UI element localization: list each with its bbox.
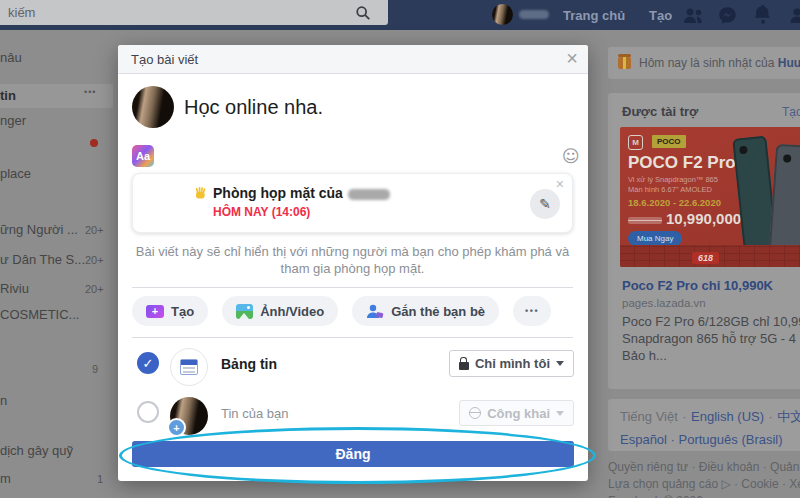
avatar[interactable] (492, 4, 513, 25)
ad-price-value: 10,990,000 (666, 210, 741, 227)
edit-pencil-button[interactable]: ✎ (530, 189, 560, 219)
privacy-label: Công khai (487, 406, 550, 421)
nav-home[interactable]: Trang chủ (563, 8, 625, 23)
sidebar-count: 20+ (85, 254, 104, 266)
sidebar-item-marketplace[interactable]: place (0, 166, 31, 181)
remove-event-icon[interactable]: × (556, 176, 564, 192)
sidebar-item-group[interactable]: ư Dân The S... (0, 252, 85, 267)
footer-line-2[interactable]: Lựa chọn quảng cáo ▷ · Cookie · Xem thêm (608, 477, 800, 491)
event-date: HÔM NAY (14:06) (213, 205, 310, 219)
sidebar-count: 9 (92, 363, 98, 375)
create-ad-link[interactable]: Tạo Quảng Cáo (782, 105, 800, 119)
sidebar-item-group[interactable]: COSMETIC... (0, 307, 79, 322)
composer-actions: Tạo Ảnh/Video Gắn thẻ bạn bè ••• (132, 296, 551, 326)
tag-person-icon (366, 304, 384, 319)
search-input[interactable]: kiếm (0, 0, 388, 25)
modal-title: Tạo bài viết (131, 45, 198, 74)
ad-link-title[interactable]: Poco F2 Pro chỉ 10,990K (622, 278, 773, 293)
top-navbar: kiếm Trang chủ Tạo (0, 0, 800, 30)
language-line-1: Tiếng Việt · English (US) · 中文(台灣) (620, 407, 800, 426)
create-room-label: Tạo (171, 304, 194, 319)
story-avatar: + (170, 397, 208, 435)
modal-header: Tạo bài viết × (118, 45, 588, 74)
photo-video-button[interactable]: Ảnh/Video (222, 296, 338, 326)
privacy-selector-only-me[interactable]: Chỉ mình tôi (449, 350, 574, 377)
notifications-bell-icon[interactable] (754, 5, 772, 25)
more-actions-button[interactable]: ••• (513, 296, 551, 326)
footer-line-1[interactable]: Quyền riêng tư · Điều khoản · Quảng cáo (608, 460, 800, 474)
ad-dates: 18.6.2020 - 22.6.2020 (628, 197, 721, 208)
messenger-icon[interactable] (718, 6, 737, 25)
sidebar-item-newsfeed[interactable]: tin (0, 88, 16, 103)
help-menu-icon[interactable] (790, 7, 800, 24)
ad-old-price-blurred (628, 217, 662, 224)
globe-icon (469, 407, 481, 419)
newsfeed-label: Bảng tin (221, 356, 277, 372)
nav-create[interactable]: Tạo (649, 8, 672, 23)
search-text: kiếm (8, 5, 35, 20)
username-blurred[interactable] (519, 10, 549, 19)
event-attachment-card[interactable]: Phòng họp mặt của HÔM NAY (14:06) ✎ × (132, 173, 573, 233)
birthday-name[interactable]: Huuth (778, 56, 800, 70)
close-icon[interactable]: × (566, 47, 578, 70)
sale-618-badge: 618 (692, 252, 719, 264)
privacy-helper-text: Bài viết này sẽ chỉ hiển thị với những n… (132, 243, 573, 277)
waving-hand-icon (193, 186, 208, 201)
divider (132, 337, 573, 338)
ad-description-line: Poco F2 Pro 6/128GB chỉ 10,990K! (622, 314, 800, 329)
language-current: Tiếng Việt (620, 409, 678, 424)
tag-friends-button[interactable]: Gắn thẻ bạn bè (352, 296, 499, 326)
friend-requests-icon[interactable] (682, 7, 705, 24)
ad-domain[interactable]: pages.lazada.vn (622, 297, 706, 309)
text-style-icon[interactable]: Aa (132, 145, 154, 167)
birthday-text: Hôm nay là sinh nhật của Huuth (639, 56, 800, 70)
language-line-2: Español · Português (Brasil) (620, 430, 800, 448)
newsfeed-icon-circle (170, 348, 208, 386)
story-label: Tin của bạn (221, 406, 288, 421)
search-icon[interactable] (355, 5, 371, 21)
newsfeed-icon (180, 359, 198, 375)
sponsored-header: Được tài trợ (622, 104, 698, 119)
gift-icon (618, 57, 631, 69)
emoji-icon[interactable]: ☺ (562, 146, 580, 166)
post-text[interactable]: Học online nha. (184, 96, 323, 119)
language-link-chinese[interactable]: 中文(台灣) (777, 409, 800, 424)
poco-badge: POCO (652, 135, 686, 148)
ad-description-line: Snapdragon 865 hỗ trợ 5G - 4 Cam (622, 331, 800, 346)
divider (132, 287, 573, 288)
sidebar-item-fundraiser[interactable]: dịch gây quỹ (0, 443, 73, 458)
ad-spec-2: Màn hình 6.67" AMOLED (628, 185, 712, 194)
sidebar-item[interactable]: n (0, 393, 7, 408)
sidebar-item-group[interactable]: ững Người ... (0, 222, 78, 237)
birthday-card[interactable]: Hôm nay là sinh nhật của Huuth (608, 47, 800, 79)
ad-image[interactable]: M POCO POCO F2 Pro Vi xử lý Snapdragon™ … (620, 127, 800, 267)
language-links[interactable]: Español · Português (Brasil) (620, 432, 783, 447)
sidebar-item[interactable]: nâu (0, 50, 22, 65)
ad-product-title: POCO F2 Pro (628, 153, 736, 173)
video-create-icon (146, 305, 164, 318)
ad-price: 10,990,000đ (666, 210, 746, 227)
buy-now-button[interactable]: Mua Ngay (628, 231, 682, 246)
sidebar-item-messenger[interactable]: nger (0, 113, 26, 128)
sidebar-count: 20+ (85, 283, 104, 295)
composer-avatar (132, 86, 174, 128)
sidebar-item[interactable]: m (0, 471, 11, 486)
ad-description-line: Bảo h... (622, 348, 667, 363)
add-story-plus-icon: + (167, 418, 186, 437)
privacy-label: Chỉ mình tôi (475, 356, 550, 371)
language-link-english[interactable]: English (US) (691, 409, 764, 424)
sidebar-item-group[interactable]: Riviu (0, 281, 29, 296)
event-title-text: Phòng họp mặt của (213, 185, 343, 201)
footer-line-3: Facebook © 2020 (608, 494, 703, 498)
more-icon[interactable]: ••• (84, 87, 96, 97)
post-submit-button[interactable]: Đăng (132, 441, 574, 467)
ad-spec-1: Vi xử lý Snapdragon™ 865 (628, 175, 718, 184)
privacy-selector-public[interactable]: Công khai (459, 400, 574, 426)
create-post-modal: Tạo bài viết × Học online nha. Aa ☺ Phòn… (118, 45, 588, 481)
story-radio[interactable] (137, 401, 159, 423)
lock-icon (459, 362, 469, 370)
create-room-button[interactable]: Tạo (132, 296, 208, 326)
newsfeed-checkbox[interactable]: ✓ (137, 352, 159, 374)
sponsored-card: Được tài trợ Tạo Quảng Cáo M POCO POCO F… (608, 93, 800, 389)
chevron-down-icon (556, 411, 564, 416)
